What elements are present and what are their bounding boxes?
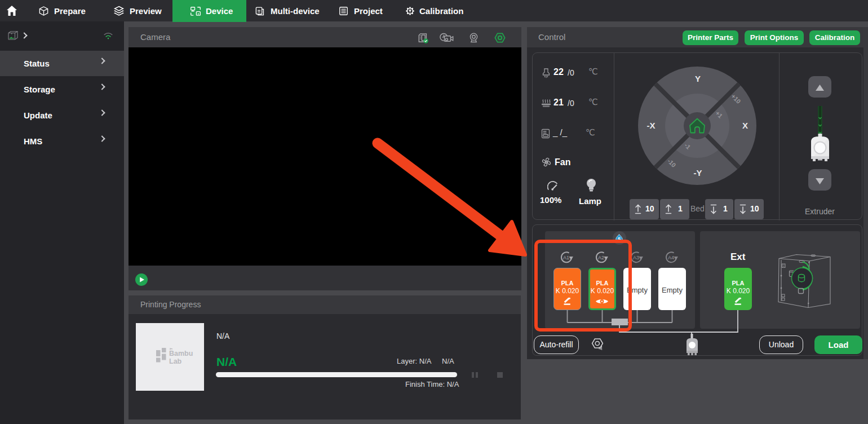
svg-text:Lab: Lab [169, 357, 182, 365]
svg-text:Bambu: Bambu [169, 350, 193, 357]
svg-text:Y: Y [695, 74, 701, 83]
svg-text:X: X [742, 121, 748, 130]
svg-text:-X: -X [647, 121, 656, 130]
svg-text:-Y: -Y [694, 168, 702, 178]
